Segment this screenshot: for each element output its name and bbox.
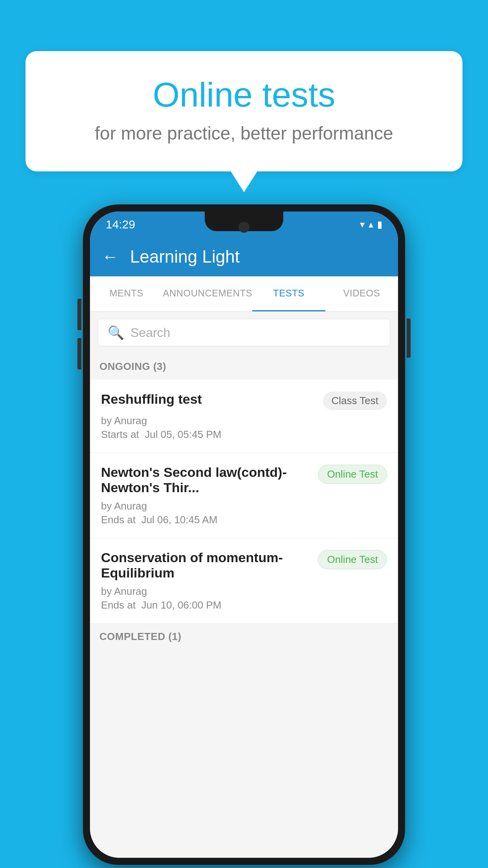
bubble-title: Online tests <box>57 75 431 115</box>
phone-camera <box>238 222 250 233</box>
ongoing-section-header: ONGOING (3) <box>90 353 398 380</box>
phone-btn-vol-down <box>77 338 81 370</box>
test-card[interactable]: Conservation of momentum-Equilibrium Onl… <box>90 538 398 623</box>
phone-container: 14:29 ▾ ▴ ▮ ← Learning Light MENTS ANNOU… <box>83 204 405 865</box>
battery-icon: ▮ <box>377 219 382 230</box>
bubble-subtitle: for more practice, better performance <box>57 123 431 144</box>
test-card-row: Newton's Second law(contd)-Newton's Thir… <box>101 465 387 495</box>
test-by: by Anurag <box>101 415 387 427</box>
test-badge: Class Test <box>323 392 387 410</box>
phone-notch <box>205 211 283 231</box>
test-by: by Anurag <box>101 500 387 512</box>
search-container: 🔍 Search <box>90 312 398 353</box>
speech-bubble: Online tests for more practice, better p… <box>26 51 462 171</box>
test-badge: Online Test <box>318 465 387 484</box>
app-header: ← Learning Light <box>90 237 398 276</box>
test-time: Ends at Jul 06, 10:45 AM <box>101 514 387 526</box>
speech-bubble-arrow <box>230 171 258 192</box>
content-area: ONGOING (3) Reshuffling test Class Test … <box>90 353 398 858</box>
test-name: Reshuffling test <box>101 392 317 407</box>
completed-section-header: COMPLETED (1) <box>90 623 398 650</box>
test-card[interactable]: Newton's Second law(contd)-Newton's Thir… <box>90 453 398 538</box>
test-card-row: Reshuffling test Class Test <box>101 392 387 410</box>
search-icon: 🔍 <box>108 325 124 340</box>
app-title: Learning Light <box>130 247 240 267</box>
signal-icon: ▴ <box>369 219 373 230</box>
phone-screen: 14:29 ▾ ▴ ▮ ← Learning Light MENTS ANNOU… <box>90 211 398 858</box>
test-badge: Online Test <box>318 550 387 569</box>
test-name: Newton's Second law(contd)-Newton's Thir… <box>101 465 312 495</box>
phone-btn-power <box>407 318 411 358</box>
test-time: Ends at Jun 10, 06:00 PM <box>101 599 387 611</box>
back-button[interactable]: ← <box>102 247 118 266</box>
search-bar[interactable]: 🔍 Search <box>98 319 390 346</box>
phone-btn-vol-up <box>77 299 81 330</box>
status-time: 14:29 <box>106 218 135 231</box>
test-time: Starts at Jul 05, 05:45 PM <box>101 428 387 441</box>
test-by: by Anurag <box>101 585 387 598</box>
tab-videos[interactable]: VIDEOS <box>325 276 398 311</box>
search-input[interactable]: Search <box>130 326 170 340</box>
tab-announcements[interactable]: ANNOUNCEMENTS <box>163 276 252 311</box>
test-card[interactable]: Reshuffling test Class Test by Anurag St… <box>90 380 398 453</box>
tab-tests[interactable]: TESTS <box>252 276 325 311</box>
tab-ments[interactable]: MENTS <box>90 276 163 311</box>
phone-outer: 14:29 ▾ ▴ ▮ ← Learning Light MENTS ANNOU… <box>83 204 405 865</box>
test-card-row: Conservation of momentum-Equilibrium Onl… <box>101 550 387 581</box>
tab-bar: MENTS ANNOUNCEMENTS TESTS VIDEOS <box>90 276 398 312</box>
speech-bubble-container: Online tests for more practice, better p… <box>26 51 462 192</box>
wifi-icon: ▾ <box>360 219 365 230</box>
status-icons: ▾ ▴ ▮ <box>360 219 382 230</box>
test-name: Conservation of momentum-Equilibrium <box>101 550 312 581</box>
